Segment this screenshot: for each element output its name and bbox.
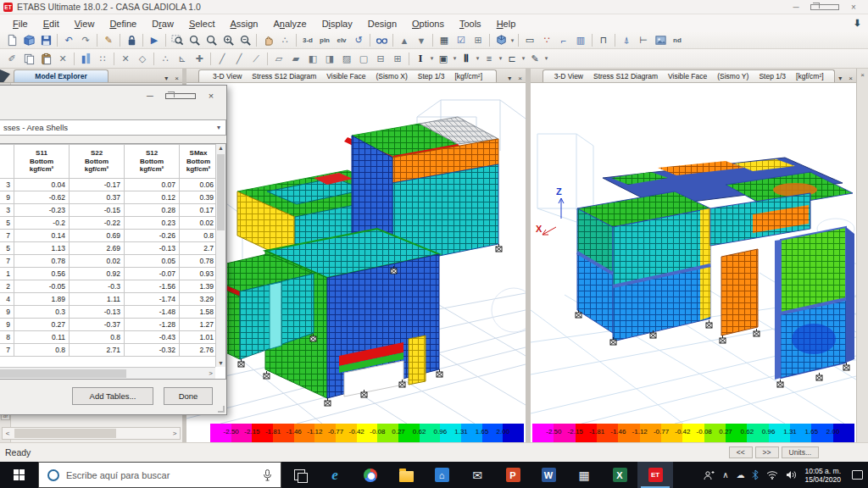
wifi-icon[interactable] [766, 470, 778, 480]
rotate-view-icon[interactable]: ↺ [351, 33, 366, 47]
table-row[interactable]: 5-0.2-0.220.230.02 [0, 217, 218, 230]
lock-model-icon[interactable] [124, 33, 139, 47]
slab-section-icon[interactable]: ▣ [436, 52, 451, 66]
clear-selection-icon[interactable]: ✕ [118, 52, 133, 66]
frame-section-I-icon[interactable]: I [413, 52, 428, 66]
float-maximize-button[interactable] [165, 91, 196, 101]
menu-draw[interactable]: Draw [144, 17, 181, 30]
grid-points-icon[interactable]: ∷ [95, 52, 110, 66]
save-model-icon[interactable] [38, 33, 53, 47]
deselect-all-icon[interactable]: ◇ [135, 52, 150, 66]
table-row[interactable]: 70.780.020.050.78 [0, 255, 218, 268]
people-icon[interactable] [704, 470, 715, 480]
move-down-story-icon[interactable]: ▼ [414, 33, 429, 47]
tab-caret-icon[interactable]: ▾ [161, 75, 171, 82]
draw-rect-icon[interactable]: ▭ [522, 33, 537, 47]
deck-caret-icon[interactable]: ▾ [475, 52, 481, 66]
run-analysis-icon[interactable]: ▶ [147, 33, 162, 47]
previous-zoom-icon[interactable] [203, 33, 219, 47]
add-tables-button[interactable]: Add Tables... [72, 387, 153, 405]
draw-frame-icon[interactable]: ╱ [214, 52, 230, 66]
tab-caret-icon[interactable]: ▾ [504, 75, 515, 82]
tab-close-icon[interactable]: × [845, 75, 856, 82]
table-row[interactable]: 41.891.11-1.743.29 [0, 293, 218, 306]
display-check-icon[interactable]: ☑ [453, 33, 469, 47]
nd-label-button[interactable]: nd [670, 33, 685, 47]
tray-expand-chevron-icon[interactable]: ∧ [722, 470, 728, 480]
draw-pv1-icon[interactable]: ◨ [322, 52, 337, 66]
menu-select[interactable]: Select [181, 17, 223, 30]
table-row[interactable]: 90.27-0.37-1.281.27 [0, 319, 218, 331]
draw-floor-icon[interactable]: ▱ [271, 52, 287, 66]
taskbar-app-chrome[interactable] [353, 462, 388, 488]
table-row[interactable]: 70.140.69-0.260.8 [0, 230, 218, 242]
draw-pen-icon[interactable]: ✎ [527, 52, 542, 66]
right-view-canvas[interactable]: Z X [531, 83, 856, 442]
walk-through-icon[interactable]: ∴ [277, 33, 292, 47]
reshape-object-icon[interactable]: ✐ [4, 52, 19, 66]
wall-section-C-icon[interactable]: ⊏ [504, 52, 520, 66]
window-layout-icon[interactable]: ▦ [437, 33, 452, 47]
taskbar-app-mail[interactable]: ✉ [459, 462, 495, 488]
view-elevation-button[interactable]: elv [334, 33, 349, 47]
zoom-in-icon[interactable] [220, 33, 236, 47]
wall-props-icon[interactable]: ▥ [573, 33, 588, 47]
taskbar-app-calculator[interactable]: ▦ [566, 462, 602, 488]
pane-close-icon[interactable]: × [857, 69, 868, 79]
menu-view[interactable]: View [67, 17, 103, 30]
taskbar-app-task-view[interactable] [281, 462, 317, 488]
tab-close-icon[interactable]: × [171, 75, 182, 82]
table-vscrollbar[interactable]: ▲ ▼ [215, 144, 225, 367]
rubber-band-zoom-icon[interactable] [170, 33, 185, 47]
paste-icon[interactable] [38, 52, 53, 66]
taskbar-app-etabs[interactable]: ET [637, 462, 673, 488]
draw-wall-stack-icon[interactable]: ⊟ [373, 52, 388, 66]
undo-icon[interactable]: ↶ [61, 33, 76, 47]
taskbar-clock[interactable]: 10:05 a. m. 15/04/2020 [804, 467, 841, 484]
table-selector-dropdown[interactable]: sses - Area Shells ▾ [0, 119, 226, 136]
column-header[interactable]: S12Bottomkgf/cm² [125, 145, 180, 179]
tab-right-view[interactable]: 3-D ViewStress S12 DiagramVisible Face(S… [542, 69, 835, 82]
menu-display[interactable]: Display [314, 17, 360, 30]
menu-define[interactable]: Define [102, 17, 144, 30]
done-button[interactable]: Done [164, 387, 213, 405]
table-row[interactable]: 9-0.620.370.120.39 [0, 191, 218, 204]
units-button[interactable]: Units... [782, 446, 819, 458]
view-cube-icon[interactable] [493, 33, 509, 47]
menu-file[interactable]: File [5, 17, 36, 30]
menu-tools[interactable]: Tools [452, 17, 489, 30]
vscroll-thumb[interactable] [217, 154, 225, 230]
minimize-button[interactable]: ─ [782, 3, 810, 12]
new-model-icon[interactable] [4, 33, 19, 47]
microphone-icon[interactable] [263, 469, 272, 481]
copy-icon[interactable] [21, 52, 36, 66]
choose-tables-window[interactable]: ─ × sses - Area Shells ▾ S11Bottomkgf/cm… [0, 85, 227, 415]
tab-caret-icon[interactable]: ▾ [835, 75, 845, 82]
pen-caret-icon[interactable]: ▾ [543, 52, 549, 66]
frame-section-caret-icon[interactable]: ▾ [429, 52, 435, 66]
image-capture-icon[interactable] [653, 33, 668, 47]
view-plan-button[interactable]: pln [317, 33, 332, 47]
axis-ref-icon[interactable]: ⍋ [619, 33, 634, 47]
taskbar-search-box[interactable]: Escribe aquí para buscar [38, 462, 281, 488]
next-units-button[interactable]: >> [755, 446, 779, 458]
hscroll-thumb[interactable] [0, 369, 126, 378]
column-header[interactable]: S22Bottomkgf/cm² [70, 145, 125, 179]
wall-caret-icon[interactable]: ▾ [520, 52, 526, 66]
column-header[interactable]: SMaxBottomkgf/cm² [180, 145, 218, 179]
snap-perp-icon[interactable]: ⊾ [175, 52, 190, 66]
menu-options[interactable]: Options [404, 17, 452, 30]
snap-joint-icon[interactable]: ∵ [539, 33, 554, 47]
taskbar-app-powerpoint[interactable]: P [495, 462, 531, 488]
tab-model-explorer[interactable]: Model Explorer [14, 69, 108, 82]
pan-icon[interactable] [260, 33, 275, 47]
column-header[interactable] [0, 145, 14, 179]
float-window-titlebar[interactable]: ─ × [0, 86, 226, 106]
taskbar-app-excel[interactable]: X [602, 462, 637, 488]
volume-icon[interactable] [786, 470, 797, 480]
restore-button[interactable] [810, 3, 839, 12]
scroll-left-icon[interactable]: < [3, 430, 13, 437]
scroll-down-icon[interactable]: ▼ [216, 360, 225, 366]
scroll-right-icon[interactable]: > [209, 369, 215, 377]
table-row[interactable]: 70.82.71-0.322.76 [0, 344, 218, 357]
